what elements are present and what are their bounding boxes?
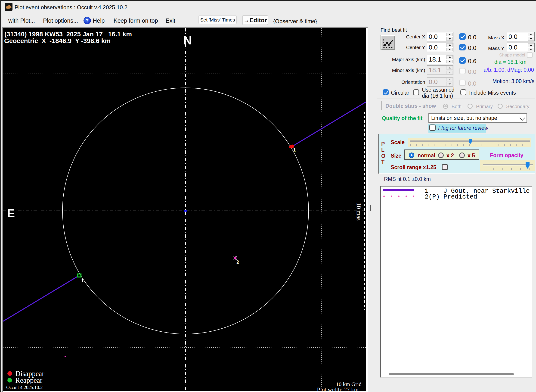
svg-text:1: 1: [81, 278, 84, 284]
svg-text:Plot width: 27 km: Plot width: 27 km: [317, 387, 359, 391]
svg-text:N: N: [183, 34, 192, 47]
svg-text:Geocentric X -1846.9 Y -398: Geocentric X -1846.9 Y -398.6 km: [4, 37, 111, 44]
svg-text:1: 1: [293, 147, 296, 153]
svg-text:2: 2: [236, 259, 239, 265]
svg-text:(31340) 1998 KW53 2025 Jan 17: (31340) 1998 KW53 2025 Jan 17 16.1 km: [5, 31, 132, 38]
svg-text:Occult 4.2025.10.2: Occult 4.2025.10.2: [6, 385, 42, 390]
svg-text:Reappear: Reappear: [15, 376, 42, 384]
svg-text:E: E: [7, 207, 15, 220]
svg-text:10 mas: 10 mas: [355, 203, 362, 220]
